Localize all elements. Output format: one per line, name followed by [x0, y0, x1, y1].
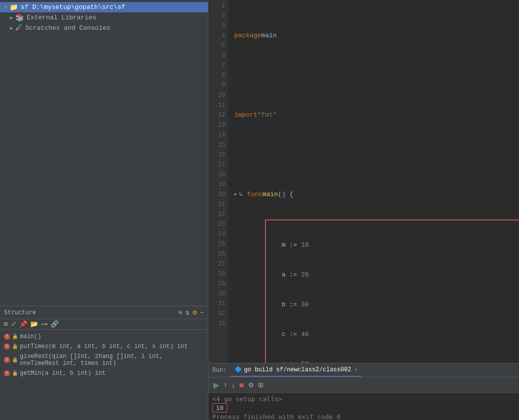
- gear-icon[interactable]: ⚙: [193, 308, 196, 317]
- link-icon[interactable]: 🔗: [51, 320, 59, 328]
- ln-9: 9: [208, 80, 225, 90]
- scratch-icon: 🖊: [15, 24, 22, 32]
- error-badge: !: [4, 344, 10, 350]
- ln-2: 2: [208, 11, 225, 21]
- ln-4: 4: [208, 31, 225, 41]
- ln-12: 12: [208, 110, 225, 120]
- code-editor[interactable]: 1 2 3 4 5 6 7 8 9 10 11 12 13 14 15 16 1…: [208, 0, 519, 363]
- ln-7: 7: [208, 61, 225, 70]
- struct-item-giverest[interactable]: ! 🔒 giveRest(qian []int, zhang []int, i …: [0, 351, 208, 368]
- pin-icon[interactable]: 📌: [19, 320, 27, 328]
- error-badge: !: [4, 334, 10, 340]
- run-output-line: 10: [212, 403, 515, 413]
- code-line-7: a := 20: [266, 270, 519, 280]
- tree-item-external-libs[interactable]: ▶ 📚 External Libraries: [0, 12, 208, 23]
- sort-icon[interactable]: ⇅: [186, 308, 190, 317]
- code-content[interactable]: package main import "fmt" ▶ ↳ func main(…: [228, 0, 519, 363]
- ln-21: 21: [208, 200, 225, 210]
- code-line-9: c := 40: [266, 330, 519, 340]
- ln-10: 10: [208, 90, 225, 100]
- ln-13: 13: [208, 120, 225, 130]
- struct-puttimes-label: putTimes(m int, a int, b int, c int, x i…: [20, 343, 188, 350]
- ln-28: 28: [208, 269, 225, 279]
- arrow-icon: ▶: [10, 25, 13, 31]
- ln-16: 16: [208, 150, 225, 160]
- ln-24: 24: [208, 229, 225, 239]
- sidebar: ▼ 📁 sf D:\mysetup\gopath\src\sf ▶ 📚 Exte…: [0, 0, 208, 420]
- file-tree: ▼ 📁 sf D:\mysetup\gopath\src\sf ▶ 📚 Exte…: [0, 0, 208, 306]
- struct-item-puttimes[interactable]: ! 🔒 putTimes(m int, a int, b int, c int,…: [0, 342, 208, 351]
- libs-icon: 📚: [15, 13, 24, 22]
- line-numbers: 1 2 3 4 5 6 7 8 9 10 11 12 13 14 15 16 1…: [208, 0, 228, 363]
- run-play-button[interactable]: ▶: [212, 379, 220, 391]
- ln-3: 3: [208, 21, 225, 31]
- lock-icon: 🔒: [12, 334, 18, 340]
- tree-item-scratches[interactable]: ▶ 🖊 Scratches and Consoles: [0, 23, 208, 33]
- tree-item-project[interactable]: ▼ 📁 sf D:\mysetup\gopath\src\sf: [0, 2, 208, 12]
- expand-icon[interactable]: ⤢: [11, 320, 16, 328]
- code-line-8: b := 30: [266, 300, 519, 310]
- code-line-2: [234, 70, 519, 80]
- close-tab-button[interactable]: ✕: [354, 366, 358, 373]
- ln-31: 31: [208, 299, 225, 309]
- lock-icon: 🔒: [12, 344, 18, 350]
- ln-19: 19: [208, 180, 225, 190]
- ln-22: 22: [208, 210, 225, 219]
- lock-icon: 🔒: [12, 357, 18, 363]
- struct-main-label: main(): [20, 333, 41, 340]
- code-line-1: package main: [234, 31, 519, 41]
- struct-getmin-label: getMin(a int, b int) int: [20, 370, 106, 377]
- structure-title: Structure: [4, 309, 36, 316]
- lock-icon: 🔒: [12, 370, 18, 376]
- structure-panel: Structure ≡ ⇅ ⚙ − ⊞ ⤢ 📌 📂 ⊶ 🔗 !: [0, 306, 208, 420]
- run-tab-label: go build sf/newclass2/class002: [244, 366, 351, 373]
- run-label: Run:: [212, 367, 227, 374]
- structure-header: Structure ≡ ⇅ ⚙ −: [0, 306, 208, 319]
- code-line-4: [234, 150, 519, 160]
- highlighted-region: m := 10 a := 20 b := 30 c := 40 x := 50 …: [265, 219, 519, 363]
- ln-33: 33: [208, 319, 225, 329]
- folder-filter-icon[interactable]: 📂: [30, 320, 38, 328]
- hierarchy-icon[interactable]: ⊶: [41, 320, 48, 328]
- ln-18: 18: [208, 170, 225, 180]
- structure-filter-bar: ⊞ ⤢ 📌 📂 ⊶ 🔗: [0, 319, 208, 330]
- code-line-10: x := 50: [266, 359, 519, 363]
- finish-label: Process finished with exit code 0: [212, 413, 340, 420]
- code-line-3: import "fmt": [234, 110, 519, 120]
- ln-20: 20: [208, 190, 225, 200]
- struct-item-main[interactable]: ! 🔒 main(): [0, 332, 208, 342]
- code-area: 1 2 3 4 5 6 7 8 9 10 11 12 13 14 15 16 1…: [208, 0, 519, 420]
- ln-6: 6: [208, 51, 225, 61]
- arrow-icon: ▶: [10, 14, 13, 21]
- run-stop-button[interactable]: ■: [238, 380, 245, 391]
- run-up-button[interactable]: ↑: [222, 380, 228, 391]
- ln-8: 8: [208, 70, 225, 80]
- project-label: sf D:\mysetup\gopath\src\sf: [21, 3, 126, 11]
- main-layout: ▼ 📁 sf D:\mysetup\gopath\src\sf ▶ 📚 Exte…: [0, 0, 519, 420]
- run-down-button[interactable]: ↓: [230, 380, 236, 391]
- sort-alpha-icon[interactable]: ≡: [178, 309, 182, 317]
- error-badge: !: [4, 357, 10, 363]
- run-settings-button[interactable]: ⚙: [247, 380, 255, 390]
- error-badge: !: [4, 370, 10, 376]
- run-tab-build[interactable]: 🔷 go build sf/newclass2/class002 ✕: [231, 363, 362, 377]
- code-line-6: m := 10: [266, 240, 519, 250]
- structure-list: ! 🔒 main() ! 🔒 putTimes(m int, a int, b …: [0, 330, 208, 420]
- ln-17: 17: [208, 160, 225, 170]
- run-finish-text: Process finished with exit code 0: [212, 413, 515, 420]
- run-fold-button[interactable]: ⊞: [257, 380, 264, 390]
- ln-5: 5: [208, 41, 225, 51]
- ln-29: 29: [208, 279, 225, 289]
- setup-label: <4 go setup calls>: [212, 395, 282, 403]
- minus-icon[interactable]: −: [200, 309, 204, 317]
- ln-25: 25: [208, 239, 225, 249]
- external-libs-label: External Libraries: [27, 14, 96, 21]
- run-content[interactable]: <4 go setup calls> 10 Process finished w…: [208, 393, 519, 420]
- ln-11: 11: [208, 100, 225, 110]
- struct-item-getmin[interactable]: ! 🔒 getMin(a int, b int) int: [0, 368, 208, 378]
- filter-icon[interactable]: ⊞: [4, 320, 8, 328]
- run-output-value: 10: [212, 403, 227, 413]
- code-line-5: ▶ ↳ func main() {: [234, 190, 519, 200]
- run-panel: Run: 🔷 go build sf/newclass2/class002 ✕ …: [208, 363, 519, 420]
- scratches-label: Scratches and Consoles: [25, 24, 111, 32]
